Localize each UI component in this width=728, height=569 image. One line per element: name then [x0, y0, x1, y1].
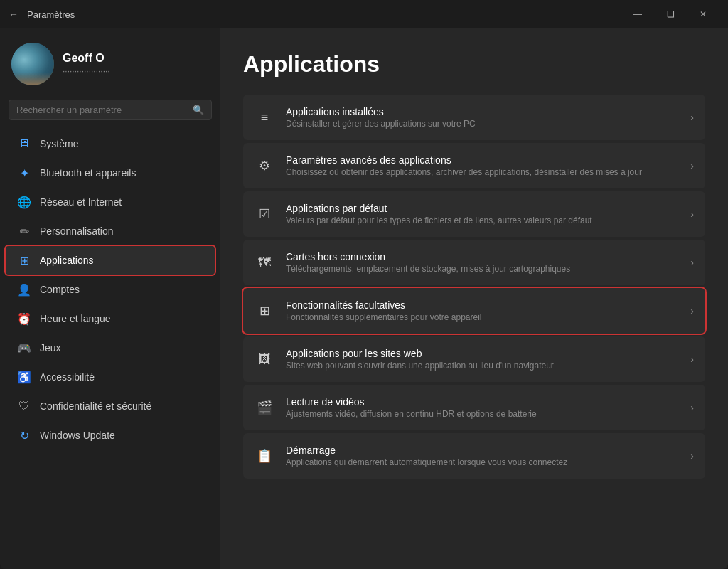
settings-icon-optional: ⊞ — [255, 301, 274, 321]
settings-item-advanced[interactable]: ⚙ Paramètres avancés des applications Ch… — [243, 143, 705, 188]
settings-desc-websites: Sites web pouvant s'ouvrir dans une appl… — [286, 361, 679, 371]
sidebar-item-comptes[interactable]: 👤 Comptes — [6, 275, 215, 304]
settings-desc-default: Valeurs par défaut pour les types de fic… — [286, 216, 679, 225]
chevron-icon-advanced: › — [690, 160, 694, 171]
nav-label-update: Windows Update — [40, 430, 115, 441]
sidebar-item-bluetooth[interactable]: ✦ Bluetooth et appareils — [6, 159, 215, 187]
nav-icon-apps: ⊞ — [17, 253, 31, 267]
nav-label-confidentialite: Confidentialité et sécurité — [40, 400, 151, 412]
settings-desc-optional: Fonctionnalités supplémentaires pour vot… — [286, 312, 679, 322]
chevron-icon-installed: › — [690, 112, 694, 123]
sidebar-item-systeme[interactable]: 🖥 Système — [6, 129, 215, 158]
nav-label-systeme: Système — [40, 138, 78, 149]
chevron-icon-optional: › — [690, 305, 694, 317]
nav-label-heure: Heure et langue — [40, 313, 111, 324]
settings-icon-advanced: ⚙ — [255, 156, 274, 176]
window: ← Paramètres — ❑ ✕ Geoff O ·············… — [0, 0, 728, 569]
search-icon: 🔍 — [193, 105, 204, 115]
settings-title-advanced: Paramètres avancés des applications — [286, 154, 679, 166]
settings-text-video: Lecture de vidéos Ajustements vidéo, dif… — [286, 396, 679, 419]
settings-title-websites: Applications pour les sites web — [286, 348, 679, 359]
avatar — [11, 43, 54, 85]
nav-label-jeux: Jeux — [40, 342, 61, 353]
user-profile[interactable]: Geoff O ···················· — [0, 28, 220, 97]
settings-icon-startup: 📋 — [255, 446, 274, 466]
nav-label-accessibilite: Accessibilité — [40, 371, 95, 383]
sidebar-item-jeux[interactable]: 🎮 Jeux — [6, 334, 215, 362]
nav-label-apps: Applications — [40, 255, 94, 266]
settings-text-offline: Cartes hors connexion Téléchargements, e… — [286, 251, 679, 274]
settings-desc-startup: Applications qui démarrent automatiqueme… — [286, 457, 679, 467]
nav-icon-update: ↻ — [17, 428, 31, 442]
sidebar-item-apps[interactable]: ⊞ Applications — [6, 246, 215, 275]
sidebar-item-heure[interactable]: ⏰ Heure et langue — [6, 304, 215, 333]
chevron-icon-websites: › — [690, 353, 694, 365]
sidebar-item-reseau[interactable]: 🌐 Réseau et Internet — [6, 188, 215, 216]
nav-list: 🖥 Système ✦ Bluetooth et appareils 🌐 Rés… — [0, 129, 220, 450]
settings-item-installed[interactable]: ≡ Applications installées Désinstaller e… — [243, 95, 705, 140]
titlebar-controls: — ❑ ✕ — [621, 3, 719, 26]
back-button[interactable]: ← — [9, 9, 18, 20]
nav-icon-bluetooth: ✦ — [17, 166, 31, 180]
settings-title-optional: Fonctionnalités facultatives — [286, 299, 679, 311]
nav-label-perso: Personnalisation — [40, 225, 114, 237]
settings-icon-installed: ≡ — [255, 107, 274, 127]
close-button[interactable]: ✕ — [687, 3, 719, 26]
settings-title-startup: Démarrage — [286, 445, 679, 456]
chevron-icon-default: › — [690, 208, 694, 220]
user-info: Geoff O ···················· — [63, 52, 110, 76]
nav-icon-reseau: 🌐 — [17, 195, 31, 209]
settings-item-websites[interactable]: 🖼 Applications pour les sites web Sites … — [243, 336, 705, 382]
settings-text-advanced: Paramètres avancés des applications Choi… — [286, 154, 679, 177]
settings-item-video[interactable]: 🎬 Lecture de vidéos Ajustements vidéo, d… — [243, 385, 705, 430]
nav-icon-jeux: 🎮 — [17, 341, 31, 355]
settings-title-offline: Cartes hors connexion — [286, 251, 679, 262]
settings-text-optional: Fonctionnalités facultatives Fonctionnal… — [286, 299, 679, 322]
nav-icon-confidentialite: 🛡 — [17, 399, 31, 413]
settings-text-websites: Applications pour les sites web Sites we… — [286, 348, 679, 371]
settings-title-installed: Applications installées — [286, 106, 679, 117]
settings-icon-websites: 🖼 — [255, 349, 274, 369]
settings-item-offline[interactable]: 🗺 Cartes hors connexion Téléchargements,… — [243, 240, 705, 285]
settings-text-installed: Applications installées Désinstaller et … — [286, 106, 679, 129]
chevron-icon-offline: › — [690, 257, 694, 268]
settings-item-default[interactable]: ☑ Applications par défaut Valeurs par dé… — [243, 191, 705, 237]
search-bar[interactable]: 🔍 — [9, 100, 212, 120]
sidebar-item-update[interactable]: ↻ Windows Update — [6, 421, 215, 450]
settings-title-default: Applications par défaut — [286, 203, 679, 214]
settings-title-video: Lecture de vidéos — [286, 396, 679, 408]
settings-list: ≡ Applications installées Désinstaller e… — [243, 95, 705, 479]
settings-desc-video: Ajustements vidéo, diffusion en continu … — [286, 409, 679, 419]
titlebar-title: Paramètres — [27, 9, 616, 20]
user-name: Geoff O — [63, 52, 110, 65]
minimize-button[interactable]: — — [621, 3, 654, 26]
settings-item-optional[interactable]: ⊞ Fonctionnalités facultatives Fonctionn… — [243, 288, 705, 334]
chevron-icon-video: › — [690, 402, 694, 413]
settings-desc-advanced: Choisissez où obtenir des applications, … — [286, 167, 679, 177]
nav-icon-perso: ✏ — [17, 224, 31, 238]
nav-label-reseau: Réseau et Internet — [40, 196, 122, 208]
avatar-image — [11, 43, 54, 85]
settings-item-startup[interactable]: 📋 Démarrage Applications qui démarrent a… — [243, 433, 705, 479]
titlebar: ← Paramètres — ❑ ✕ — [0, 0, 728, 28]
main-content: Geoff O ···················· 🔍 🖥 Système… — [0, 28, 728, 569]
settings-icon-default: ☑ — [255, 204, 274, 224]
page-title: Applications — [243, 51, 705, 78]
nav-label-bluetooth: Bluetooth et appareils — [40, 167, 136, 179]
main-panel: Applications ≡ Applications installées D… — [220, 28, 728, 569]
user-email: ···················· — [63, 66, 110, 76]
nav-label-comptes: Comptes — [40, 284, 80, 295]
maximize-button[interactable]: ❑ — [654, 3, 687, 26]
nav-icon-systeme: 🖥 — [17, 137, 31, 151]
settings-icon-video: 🎬 — [255, 398, 274, 418]
settings-text-startup: Démarrage Applications qui démarrent aut… — [286, 445, 679, 467]
chevron-icon-startup: › — [690, 450, 694, 462]
sidebar: Geoff O ···················· 🔍 🖥 Système… — [0, 28, 220, 569]
settings-desc-installed: Désinstaller et gérer des applications s… — [286, 119, 679, 129]
nav-icon-heure: ⏰ — [17, 312, 31, 326]
sidebar-item-confidentialite[interactable]: 🛡 Confidentialité et sécurité — [6, 392, 215, 420]
nav-icon-accessibilite: ♿ — [17, 370, 31, 384]
search-input[interactable] — [16, 105, 187, 115]
sidebar-item-accessibilite[interactable]: ♿ Accessibilité — [6, 363, 215, 391]
sidebar-item-perso[interactable]: ✏ Personnalisation — [6, 217, 215, 245]
